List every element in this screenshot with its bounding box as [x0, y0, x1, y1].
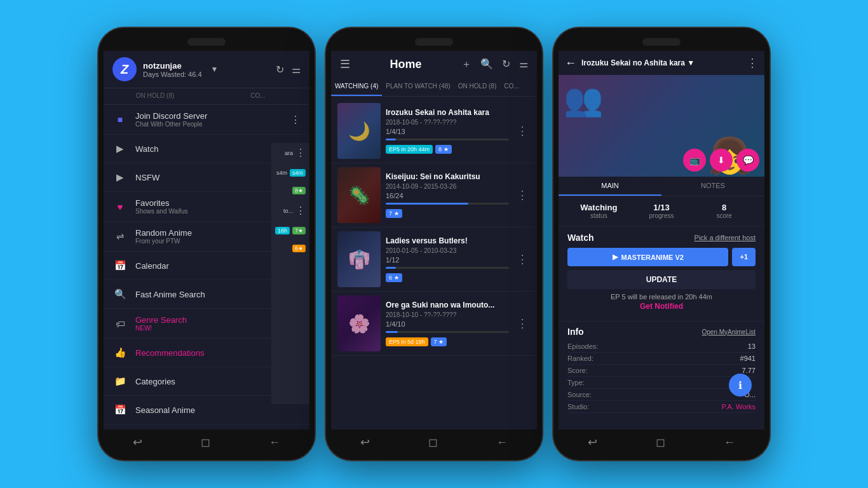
p3-more-button[interactable]: ⋮ [747, 56, 758, 70]
p2-progress-fill-3 [386, 267, 396, 269]
phone-3: ← Irozuku Sekai no Ashita kara ▼ ⋮ 👥 👧 📺… [553, 28, 770, 460]
p1-discord-more[interactable]: ⋮ [290, 114, 301, 126]
p1-overlay-text-2: s4m [276, 170, 287, 176]
p1-nsfw-text: NSFW [135, 173, 285, 182]
p3-stat-status-label: status [567, 212, 630, 219]
p1-discord-text: Join Discord Server Chat With Other Peop… [135, 111, 283, 128]
p2-more-1[interactable]: ⋮ [514, 121, 531, 140]
p3-tab-main[interactable]: MAIN [559, 177, 661, 196]
p1-watch-icon: ▶ [112, 141, 128, 156]
p3-tab-notes[interactable]: NOTES [661, 177, 764, 196]
p1-watch-title: Watch [135, 144, 285, 154]
p3-info-type-key: Type: [567, 379, 585, 386]
p2-anime-item-3[interactable]: 👘 Ladies versus Butlers! 2010-01-05 - 20… [331, 227, 537, 292]
p2-tab-co[interactable]: CO... [500, 78, 522, 96]
p1-recommendations-icon: 👍 [112, 345, 128, 360]
p2-art-3: 👘 [337, 231, 381, 287]
p2-thumb-1: 🌙 [337, 103, 381, 159]
p3-stat-status: Watching status [567, 203, 630, 219]
p1-favorites-title: Favorites [135, 198, 275, 208]
p1-refresh-icon[interactable]: ↻ [276, 64, 284, 76]
p3-get-notified-button[interactable]: Get Notified [567, 302, 756, 311]
p3-nav-home[interactable]: ◻ [656, 435, 665, 449]
p3-info-studio: Studio: P.A. Works [567, 401, 756, 413]
p3-update-button[interactable]: UPDATE [567, 270, 756, 289]
p2-star-badge-4: 7 ★ [431, 337, 447, 346]
p1-header: Z notzunjae Days Wasted: 46.4 ▼ ↻ ⚌ [104, 51, 309, 88]
p1-overlay-text-1: ara [285, 150, 293, 156]
p2-progress-text-4: 1/4/10 [386, 320, 509, 328]
p3-header: ← Irozuku Sekai no Ashita kara ▼ ⋮ [559, 51, 764, 75]
p3-download-button[interactable]: ⬇ [710, 149, 733, 172]
p1-random-icon: ⇌ [112, 229, 128, 244]
p1-nav-back[interactable]: ← [269, 436, 280, 449]
p3-plus-button[interactable]: +1 [732, 248, 756, 266]
p2-add-icon[interactable]: ＋ [461, 58, 471, 71]
p3-info-ranked-val: #941 [740, 355, 756, 362]
p3-host-link[interactable]: Pick a different host [695, 234, 756, 241]
p2-tab-watching[interactable]: WATCHING (4) [331, 78, 382, 96]
p1-search-icon: 🔍 [112, 287, 128, 302]
p1-nav-home[interactable]: ◻ [201, 435, 210, 449]
p1-overlay-text-4: to... [283, 208, 293, 214]
p3-mal-link[interactable]: Open MyAnimeList [702, 329, 756, 336]
p1-filter-icon[interactable]: ⚌ [292, 64, 301, 76]
p1-overlay-dots-1[interactable]: ⋮ [295, 147, 306, 159]
p1-genre-sub: NEW! [135, 325, 283, 332]
p1-genre-title: Genre Search [135, 315, 283, 325]
p2-more-4[interactable]: ⋮ [514, 314, 531, 333]
p1-overlay-dots-4[interactable]: ⋮ [295, 205, 306, 217]
p2-anime-item-2[interactable]: 🦠 Kiseijuu: Sei no Kakuritsu 2014-10-09 … [331, 163, 537, 227]
p1-categories-icon: 📁 [112, 374, 128, 389]
p3-fab-button[interactable]: ℹ [729, 374, 752, 396]
p2-more-3[interactable]: ⋮ [514, 250, 531, 269]
p3-nav-recent[interactable]: ↩ [588, 435, 597, 449]
p2-header-icons: ＋ 🔍 ↻ ⚌ [461, 58, 528, 71]
p1-tab-onhold[interactable]: ON HOLD (8) [104, 88, 207, 104]
p2-anime-date-4: 2018-10-10 - ??-??-???? [386, 311, 509, 318]
p2-anime-list: 🌙 Irozuku Sekai no Ashita kara 2018-10-0… [331, 97, 537, 430]
p1-nav-recent[interactable]: ↩ [133, 435, 142, 449]
p2-anime-title-1: Irozuku Sekai no Ashita kara [386, 108, 509, 117]
p2-nav-back[interactable]: ← [496, 436, 508, 449]
p2-nav-recent[interactable]: ↩ [360, 435, 370, 449]
p3-fab-icon: ℹ [738, 379, 742, 391]
p1-user-info: Z notzunjae Days Wasted: 46.4 ▼ [112, 57, 218, 81]
p1-menu-discord[interactable]: ■ Join Discord Server Chat With Other Pe… [104, 105, 309, 135]
p2-progress-fill-2 [386, 203, 468, 205]
p3-masteranime-label: MASTERANIME V2 [621, 254, 684, 261]
p2-nav-home[interactable]: ◻ [428, 435, 438, 449]
p2-more-2[interactable]: ⋮ [514, 186, 531, 205]
p3-cast-button[interactable]: 📺 [683, 149, 706, 172]
p1-dropdown-icon[interactable]: ▼ [211, 65, 219, 74]
p2-tab-onhold[interactable]: ON HOLD (8) [454, 78, 501, 96]
p2-menu-icon[interactable]: ☰ [340, 57, 350, 71]
p3-info-ranked: Ranked: #941 [567, 353, 756, 365]
p2-anime-item-4[interactable]: 🌸 Ore ga Suki nano wa Imouto... 2018-10-… [331, 292, 537, 356]
p2-anime-title-3: Ladies versus Butlers! [386, 236, 509, 245]
p3-info-episodes-val: 13 [748, 342, 756, 350]
p1-overlay-badge-6: 6★ [292, 245, 306, 252]
p1-tab-co[interactable]: CO... [207, 88, 309, 104]
p1-menu: ■ Join Discord Server Chat With Other Pe… [104, 105, 309, 430]
p3-info-type: Type: [567, 377, 756, 389]
phone-2-bottom: ↩ ◻ ← [331, 430, 537, 455]
p2-tabs: WATCHING (4) PLAN TO WATCH (48) ON HOLD … [331, 78, 537, 97]
p3-masteranime-button[interactable]: ▶ MASTERANIME V2 [567, 248, 728, 266]
p1-overlay-badge-3: 8★ [292, 187, 306, 194]
p2-filter-icon[interactable]: ⚌ [519, 58, 528, 71]
p2-anime-date-3: 2010-01-05 - 2010-03-23 [386, 247, 509, 254]
p3-chat-button[interactable]: 💬 [736, 149, 759, 172]
p2-anime-item-1[interactable]: 🌙 Irozuku Sekai no Ashita kara 2018-10-0… [331, 99, 537, 163]
p2-star-badge-3: 6 ★ [386, 273, 402, 282]
p2-refresh-icon[interactable]: ↻ [502, 58, 510, 71]
p3-info-score-key: Score: [567, 367, 588, 374]
p2-search-icon[interactable]: 🔍 [480, 58, 493, 71]
p1-overlay-item-6: 6★ [271, 241, 309, 256]
p1-support-label: Support [104, 424, 309, 430]
p3-nav-back[interactable]: ← [724, 436, 735, 449]
p2-tab-ptw[interactable]: PLAN TO WATCH (48) [382, 78, 454, 96]
phone-1: Z notzunjae Days Wasted: 46.4 ▼ ↻ ⚌ ON H… [98, 28, 315, 460]
p1-random-text: Random Anime From your PTW [135, 228, 278, 245]
p3-back-button[interactable]: ← [565, 57, 576, 70]
